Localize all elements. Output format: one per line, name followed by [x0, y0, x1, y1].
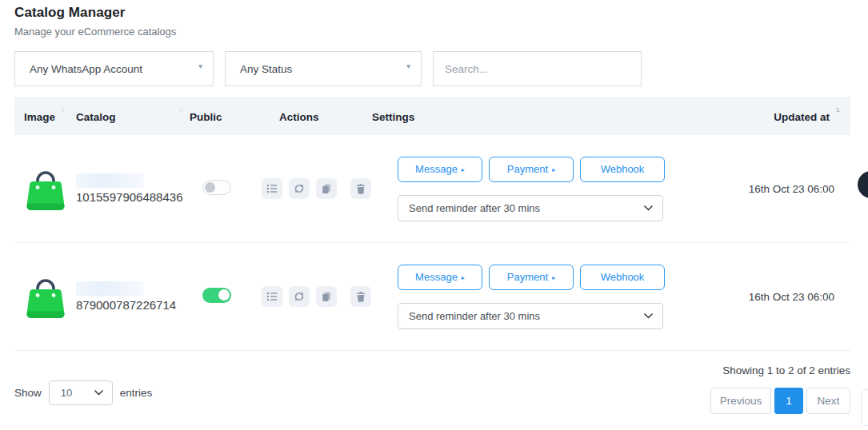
- duplicate-button[interactable]: [316, 286, 337, 307]
- actions-cell: [262, 178, 372, 199]
- column-header-settings: Settings: [372, 109, 678, 123]
- whatsapp-account-dropdown[interactable]: Any WhatsApp Account ▾: [14, 51, 214, 86]
- edge-partial-panel: [861, 389, 868, 426]
- table-row: 879000787226714 Message ▸ Payment: [14, 243, 850, 351]
- page-subtitle: Manage your eCommerce catalogs: [14, 26, 850, 38]
- catalog-cell: 1015597906488436: [76, 173, 190, 204]
- page-size-select[interactable]: 10: [49, 380, 113, 405]
- public-cell: [190, 288, 262, 306]
- entries-label: entries: [120, 387, 153, 399]
- product-list-button[interactable]: [262, 178, 282, 199]
- message-button[interactable]: Message ▸: [398, 157, 482, 182]
- reminder-select-value: Send reminder after 30 mins: [409, 202, 540, 214]
- catalog-table: Image ↑↓ Catalog ↑↓ Public Actions Setti…: [14, 97, 850, 414]
- column-header-public: Public: [190, 109, 262, 123]
- page-1-button[interactable]: 1: [774, 388, 803, 414]
- webhook-button[interactable]: Webhook: [580, 265, 665, 290]
- product-list-button[interactable]: [262, 286, 282, 307]
- message-button[interactable]: Message ▸: [398, 265, 482, 290]
- pagination: Previous 1 Next: [710, 388, 850, 414]
- column-header-updated-at[interactable]: Updated at ↑↓: [678, 109, 850, 123]
- showing-entries-text: Showing 1 to 2 of 2 entries: [722, 364, 850, 376]
- public-toggle[interactable]: [202, 288, 231, 303]
- page-size-control: Show 10 entries: [14, 372, 152, 414]
- delete-button[interactable]: [350, 178, 371, 199]
- reminder-select-value: Send reminder after 30 mins: [409, 310, 540, 322]
- catalog-image-cell: [14, 165, 76, 212]
- reminder-select[interactable]: Send reminder after 30 mins: [398, 195, 663, 221]
- copy-icon: [321, 183, 332, 194]
- filter-bar: Any WhatsApp Account ▾ Any Status ▾: [14, 51, 850, 86]
- settings-cell: Message ▸ Payment ▸ Webhook Send reminde…: [372, 157, 680, 221]
- column-header-actions: Actions: [262, 109, 372, 123]
- whatsapp-account-dropdown-value: Any WhatsApp Account: [30, 63, 142, 75]
- submenu-caret-icon: ▸: [462, 166, 465, 173]
- sort-icon[interactable]: ↑↓: [60, 106, 65, 113]
- table-footer: Show 10 entries Showing 1 to 2 of 2 entr…: [14, 364, 850, 414]
- sort-icon[interactable]: ↑↓: [834, 106, 839, 113]
- submenu-caret-icon: ▸: [462, 274, 465, 281]
- catalog-manager-page: Catalog Manager Manage your eCommerce ca…: [0, 0, 868, 414]
- dropdown-caret-icon: ▾: [198, 62, 202, 70]
- catalog-id: 1015597906488436: [76, 190, 190, 204]
- sort-icon[interactable]: ↑↓: [178, 106, 183, 113]
- reminder-select[interactable]: Send reminder after 30 mins: [398, 303, 663, 329]
- toggle-knob: [218, 289, 230, 301]
- webhook-button[interactable]: Webhook: [580, 157, 665, 182]
- sync-button[interactable]: [289, 286, 310, 307]
- table-row: 1015597906488436 Message ▸ Payment: [14, 135, 850, 243]
- submenu-caret-icon: ▸: [552, 274, 555, 281]
- sync-icon: [294, 291, 305, 302]
- catalog-name-redacted: [76, 281, 144, 296]
- updated-at-value: 16th Oct 23 06:00: [680, 291, 852, 303]
- payment-button[interactable]: Payment ▸: [489, 265, 574, 290]
- table-header-row: Image ↑↓ Catalog ↑↓ Public Actions Setti…: [14, 97, 850, 135]
- shopping-bag-icon: [26, 165, 66, 212]
- catalog-name-redacted: [76, 173, 144, 188]
- list-icon: [266, 183, 278, 194]
- chevron-down-icon: [94, 390, 103, 396]
- actions-cell: [262, 286, 372, 307]
- sync-icon: [294, 183, 305, 194]
- column-header-image[interactable]: Image ↑↓: [14, 109, 76, 123]
- payment-button[interactable]: Payment ▸: [489, 157, 574, 182]
- catalog-id: 879000787226714: [76, 298, 190, 312]
- column-header-catalog[interactable]: Catalog ↑↓: [76, 109, 190, 123]
- toggle-knob: [205, 182, 215, 193]
- shopping-bag-icon: [26, 273, 66, 320]
- duplicate-button[interactable]: [316, 178, 337, 199]
- status-dropdown[interactable]: Any Status ▾: [225, 51, 422, 86]
- catalog-cell: 879000787226714: [76, 281, 190, 312]
- copy-icon: [321, 291, 332, 302]
- public-cell: [190, 180, 262, 198]
- status-dropdown-value: Any Status: [240, 63, 292, 75]
- page-size-value: 10: [61, 387, 72, 399]
- show-label: Show: [14, 387, 42, 399]
- trash-icon: [355, 291, 366, 302]
- delete-button[interactable]: [350, 286, 371, 307]
- public-toggle[interactable]: [202, 180, 231, 195]
- search-input[interactable]: [433, 51, 642, 86]
- chevron-down-icon: [644, 205, 653, 211]
- previous-page-button[interactable]: Previous: [710, 388, 771, 414]
- chevron-down-icon: [644, 313, 653, 319]
- updated-at-value: 16th Oct 23 06:00: [680, 183, 852, 195]
- page-title: Catalog Manager: [14, 5, 850, 21]
- dropdown-caret-icon: ▾: [406, 62, 410, 70]
- trash-icon: [355, 183, 366, 194]
- sync-button[interactable]: [289, 178, 310, 199]
- next-page-button[interactable]: Next: [806, 388, 850, 414]
- list-icon: [266, 291, 278, 302]
- submenu-caret-icon: ▸: [552, 166, 555, 173]
- catalog-image-cell: [14, 273, 76, 320]
- settings-cell: Message ▸ Payment ▸ Webhook Send reminde…: [372, 265, 680, 329]
